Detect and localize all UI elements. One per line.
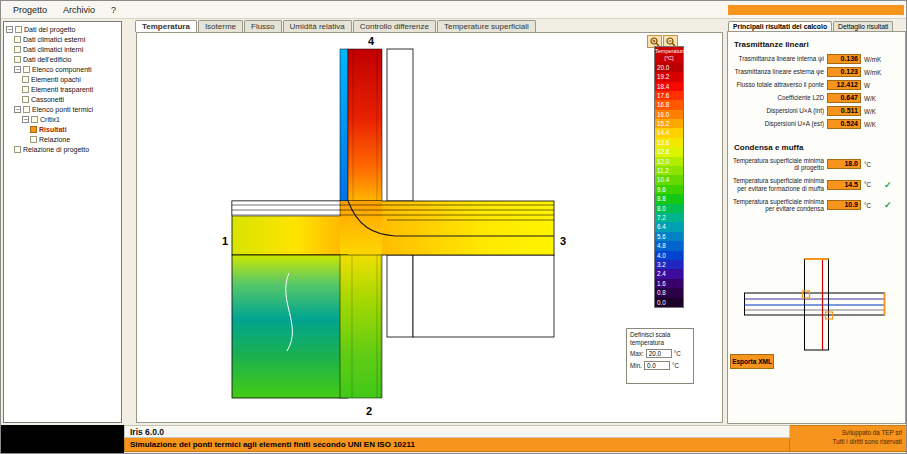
main-area: TemperaturaIsotermeFlussoUmidità relativ… [124, 19, 726, 425]
result-row: Dispersioni U×A (est)0.524W/K [732, 119, 901, 129]
section-title-condensa: Condensa e muffa [734, 143, 901, 152]
legend-cell: 7.2 [655, 213, 683, 222]
legend-cells: 20.019.218.417.616.816.015.214.413.612.8… [655, 63, 683, 307]
scale-box-title: Definisci scala temperatura [630, 331, 690, 346]
result-unit: W/K [864, 121, 884, 128]
tab-controllo-differenze[interactable]: Controllo differenze [353, 20, 436, 32]
tree-item-dati-climatici-interni[interactable]: Dati climatici interni [4, 44, 121, 54]
view-tabs: TemperaturaIsotermeFlussoUmidità relativ… [124, 19, 726, 32]
tree-item-label: Cassonetti [31, 96, 64, 103]
result-label: Dispersioni U×A (est) [732, 120, 824, 127]
results-folder-icon [30, 126, 37, 133]
tree-item-elenco-ponti-termici[interactable]: −Elenco ponti termici [4, 104, 121, 114]
result-value: 0.647 [827, 93, 861, 103]
legend-cell: 20.0 [655, 63, 683, 72]
menu-item-[interactable]: ? [105, 3, 122, 17]
legend-cell: 13.6 [655, 138, 683, 147]
result-value: 14.5 [827, 180, 861, 190]
legend-cell: 19.2 [655, 72, 683, 81]
tab-umidit-relativa[interactable]: Umidità relativa [283, 20, 352, 32]
temperature-legend: Temperatura [°C] 20.019.218.417.616.816.… [654, 46, 684, 308]
results-body: Trasmittanze lineari Trasmittanza linear… [727, 31, 906, 424]
legend-cell: 0.8 [655, 288, 683, 297]
app-version: Iris 6.0.0 [124, 425, 790, 438]
tree-item-cassonetti[interactable]: Cassonetti [4, 94, 121, 104]
tree-expander-icon[interactable]: − [14, 66, 21, 73]
result-label: Trasmittanza lineare interna ψi [732, 55, 824, 62]
results-tabs: Principali risultati del calcoloDettagli… [726, 19, 907, 31]
tree-item-label: Elementi trasparenti [31, 86, 93, 93]
legend-cell: 12.8 [655, 147, 683, 156]
legend-cell: 14.4 [655, 128, 683, 137]
result-value: 10.9 [827, 200, 861, 210]
tree-item-dati-del-progetto[interactable]: −Dati del progetto [4, 24, 121, 34]
result-unit: °C [864, 181, 884, 188]
result-label: Trasmittanza lineare esterna ψe [732, 68, 824, 75]
tree-item-label: Elenco ponti termici [32, 106, 93, 113]
result-unit: W [864, 82, 884, 89]
tab-temperature-superficiali[interactable]: Temperature superficiali [437, 20, 536, 32]
legend-cell: 0.0 [655, 298, 683, 307]
result-label: Dispersioni U×A (int) [732, 107, 824, 114]
tab-flusso[interactable]: Flusso [244, 20, 282, 32]
header-accent-bar [728, 5, 904, 15]
trasmittanze-rows: Trasmittanza lineare interna ψi0.136W/mK… [732, 54, 901, 129]
tree-item-elementi-opachi[interactable]: Elementi opachi [4, 74, 121, 84]
tree-item-relazione[interactable]: Relazione [4, 134, 121, 144]
results-panel: Principali risultati del calcoloDettagli… [726, 19, 907, 425]
max-temperature-input[interactable] [646, 349, 672, 358]
legend-cell: 15.2 [655, 119, 683, 128]
legend-cell: 5.6 [655, 232, 683, 241]
result-value: 18.0 [827, 159, 861, 169]
checkbox-icon [31, 116, 38, 123]
tree-item-elenco-componenti[interactable]: −Elenco componenti [4, 64, 121, 74]
result-row: Trasmittanza lineare esterna ψe0.123W/mK [732, 67, 901, 77]
status-bar-center: Iris 6.0.0 Simulazione dei ponti termici… [124, 425, 790, 452]
legend-cell: 16.0 [655, 110, 683, 119]
condensa-rows: Temperatura superficiale minima di proge… [732, 157, 901, 212]
boundary-label-left: 1 [222, 235, 228, 247]
scale-box: Definisci scala temperatura Max: °C Min.… [626, 328, 694, 384]
boundary-frames [387, 49, 554, 337]
result-label: Coefficiente L2D [732, 94, 824, 101]
tree-item-elementi-trasparenti[interactable]: Elementi trasparenti [4, 84, 121, 94]
checkbox-icon [23, 66, 30, 73]
result-row: Temperatura superficiale minima per evit… [732, 177, 901, 191]
project-tree: −Dati del progettoDati climatici esterni… [4, 22, 121, 154]
app-window: ProgettoArchivio? −Dati del progettoDati… [0, 0, 907, 454]
export-xml-button[interactable]: Esporta XML [730, 354, 774, 369]
tree-expander-icon[interactable]: − [6, 26, 13, 33]
tree-item-risultati[interactable]: Risultati [4, 124, 121, 134]
menu-item-progetto[interactable]: Progetto [7, 3, 53, 17]
max-label: Max: [630, 350, 644, 357]
tab-dettaglio-risultati[interactable]: Dettaglio risultati [833, 21, 893, 31]
boundary-label-right: 3 [560, 235, 566, 247]
credits-block: Sviluppato da TEP srl Tutti i diritti so… [790, 425, 907, 452]
status-bar: Iris 6.0.0 Simulazione dei ponti termici… [1, 425, 907, 454]
min-unit: °C [672, 362, 679, 369]
tree-expander-icon[interactable]: − [22, 116, 29, 123]
result-label: Temperatura superficiale minima per evit… [732, 177, 824, 191]
menu-item-archivio[interactable]: Archivio [57, 3, 101, 17]
tree-item-label: Risultati [39, 126, 67, 133]
tree-item-critix1[interactable]: −Critix1 [4, 114, 121, 124]
tree-item-dati-dell-edificio[interactable]: Dati dell'edificio [4, 54, 121, 64]
tree-item-dati-climatici-esterni[interactable]: Dati climatici esterni [4, 34, 121, 44]
tab-isoterme[interactable]: Isoterme [198, 20, 243, 32]
result-unit: W/mK [864, 56, 884, 63]
tree-item-label: Elenco componenti [32, 66, 92, 73]
result-unit: °C [864, 161, 884, 168]
tab-principali-risultati-del-calcolo[interactable]: Principali risultati del calcolo [728, 21, 832, 31]
result-value: 0.511 [827, 106, 861, 116]
tree-expander-icon[interactable]: − [14, 106, 21, 113]
project-tree-panel: −Dati del progettoDati climatici esterni… [3, 21, 122, 423]
credits-line2: Tutti i diritti sono riservati [790, 438, 902, 447]
tree-item-relazione-di-progetto[interactable]: Relazione di progetto [4, 144, 121, 154]
checkbox-icon [14, 146, 21, 153]
tab-temperatura[interactable]: Temperatura [135, 20, 197, 32]
checkbox-icon [30, 136, 37, 143]
result-label: Temperatura superficiale minima di proge… [732, 157, 824, 171]
simulation-canvas[interactable]: 4 1 3 2 [136, 32, 723, 423]
checkbox-icon [14, 56, 21, 63]
min-temperature-input[interactable] [644, 361, 670, 370]
